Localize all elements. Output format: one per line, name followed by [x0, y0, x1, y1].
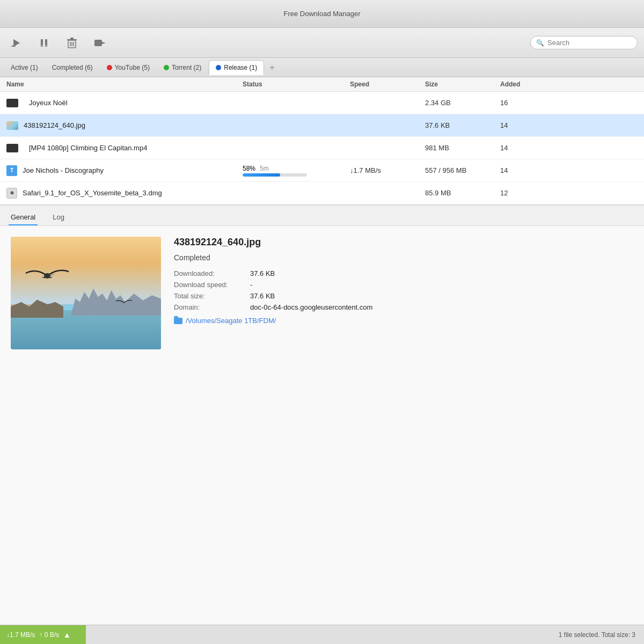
file-icon-video — [6, 144, 18, 152]
file-icon-image — [6, 121, 18, 130]
file-size: 37.6 KB — [425, 121, 500, 129]
file-added: 12 — [500, 189, 638, 197]
detail-tab-general[interactable]: General — [9, 210, 38, 225]
search-icon: 🔍 — [536, 39, 544, 47]
status-bar-left: ↓1.7 MB/s ↑ 0 B/s ▲ — [0, 625, 86, 644]
selected-info: 1 file selected. Total size: 3 — [559, 631, 635, 639]
chevron-up-icon[interactable]: ▲ — [63, 631, 71, 639]
file-icon-torrent: T — [6, 165, 17, 176]
file-added: 16 — [500, 99, 638, 107]
tab-release[interactable]: Release (1) — [209, 60, 264, 75]
file-added: 14 — [500, 144, 638, 152]
tab-torrent[interactable]: Torrent (2) — [157, 60, 208, 75]
file-list: Name Status Speed Size Added Joyeux Noël… — [0, 77, 644, 205]
file-status: 58% 5m — [243, 165, 350, 177]
detail-thumbnail — [11, 237, 161, 349]
file-name: Safari_9.1_for_OS_X_Yosemite_beta_3.dmg — [23, 189, 162, 197]
col-header-added: Added — [500, 80, 638, 88]
svg-point-14 — [44, 273, 50, 279]
app-title: Free Download Manager — [283, 10, 360, 18]
tabs-bar: Active (1) Completed (6) YouTube (5) Tor… — [0, 58, 644, 77]
detail-size-row: Total size: 37.6 KB — [174, 292, 633, 300]
file-row[interactable]: Joyeux Noël 2.34 GB 16 — [0, 92, 644, 114]
thumbnail-scene — [11, 237, 161, 349]
detail-speed-value: - — [250, 281, 252, 289]
thumbnail-bird — [26, 265, 69, 287]
detail-tab-log[interactable]: Log — [50, 210, 67, 225]
detail-tabs: General Log — [0, 206, 644, 226]
file-row[interactable]: ⬢ Safari_9.1_for_OS_X_Yosemite_beta_3.dm… — [0, 182, 644, 204]
tab-completed-label: Completed (6) — [52, 64, 93, 71]
detail-path-text: /Volumes/Seagate 1TB/FDM/ — [186, 317, 276, 325]
detail-path[interactable]: /Volumes/Seagate 1TB/FDM/ — [174, 317, 633, 325]
file-size: 85.9 MB — [425, 189, 500, 197]
col-header-status: Status — [243, 80, 350, 88]
svg-rect-7 — [67, 39, 77, 40]
detail-info: 438192124_640.jpg Completed Downloaded: … — [174, 237, 633, 349]
svg-rect-8 — [70, 38, 74, 39]
file-name: [MP4 1080p] Climbing El Capitan.mp4 — [29, 144, 147, 152]
tab-youtube[interactable]: YouTube (5) — [100, 60, 156, 75]
detail-domain-value: doc-0c-64-docs.googleusercontent.com — [250, 303, 372, 311]
file-name-cell: T Joe Nichols - Discography — [6, 165, 243, 176]
status-bar-right: 1 file selected. Total size: 3 — [86, 631, 644, 639]
search-input[interactable] — [547, 39, 628, 47]
file-row[interactable]: T Joe Nichols - Discography 58% 5m ↓1.7 … — [0, 159, 644, 182]
thumbnail-bird-2 — [116, 298, 132, 306]
title-bar: Free Download Manager — [0, 0, 644, 28]
detail-status: Completed — [174, 253, 633, 262]
folder-icon — [174, 318, 182, 324]
detail-domain-row: Domain: doc-0c-64-docs.googleusercontent… — [174, 303, 633, 311]
progress-time: 5m — [260, 165, 269, 172]
svg-marker-0 — [13, 39, 20, 47]
tab-torrent-label: Torrent (2) — [172, 64, 201, 71]
delete-button[interactable] — [62, 33, 82, 53]
detail-speed-label: Download speed: — [174, 281, 244, 289]
tab-active[interactable]: Active (1) — [4, 60, 45, 75]
svg-rect-12 — [94, 40, 102, 46]
svg-marker-13 — [102, 42, 106, 44]
tab-youtube-label: YouTube (5) — [115, 64, 150, 71]
file-size: 981 MB — [425, 144, 500, 152]
up-speed: ↑ 0 B/s — [39, 631, 59, 639]
toolbar: 🔍 — [0, 28, 644, 58]
file-name-cell: Joyeux Noël — [6, 99, 243, 107]
detail-downloaded-value: 37.6 KB — [250, 269, 275, 277]
search-box[interactable]: 🔍 — [530, 36, 638, 49]
release-dot — [216, 65, 221, 70]
tab-completed[interactable]: Completed (6) — [46, 60, 99, 75]
file-icon-dmg: ⬢ — [6, 188, 17, 199]
svg-rect-5 — [45, 45, 48, 46]
col-header-name: Name — [6, 80, 243, 88]
tab-release-label: Release (1) — [224, 64, 257, 71]
progress-percent: 58% — [243, 165, 255, 172]
detail-speed-row: Download speed: - — [174, 281, 633, 289]
tab-add-button[interactable]: + — [265, 63, 279, 72]
file-name: Joyeux Noël — [29, 99, 68, 107]
svg-rect-1 — [11, 46, 16, 47]
down-speed: ↓1.7 MB/s — [6, 631, 35, 639]
pause-button[interactable] — [34, 33, 54, 53]
progress-bar-fill — [243, 173, 280, 177]
move-button[interactable] — [90, 33, 109, 53]
progress-container: 58% 5m — [243, 165, 350, 177]
col-header-size: Size — [425, 80, 500, 88]
detail-domain-label: Domain: — [174, 303, 244, 311]
file-row[interactable]: [MP4 1080p] Climbing El Capitan.mp4 981 … — [0, 137, 644, 159]
play-button[interactable] — [6, 33, 26, 53]
detail-size-label: Total size: — [174, 292, 244, 300]
file-row[interactable]: 438192124_640.jpg 37.6 KB 14 — [0, 114, 644, 137]
tab-active-label: Active (1) — [11, 64, 38, 71]
file-list-header: Name Status Speed Size Added — [0, 77, 644, 92]
status-bar: ↓1.7 MB/s ↑ 0 B/s ▲ 1 file selected. Tot… — [0, 625, 644, 644]
detail-filename: 438192124_640.jpg — [174, 237, 633, 248]
file-name-cell: [MP4 1080p] Climbing El Capitan.mp4 — [6, 144, 243, 152]
file-icon-video — [6, 99, 18, 107]
torrent-dot — [164, 65, 169, 70]
svg-rect-4 — [40, 45, 43, 46]
progress-info: 58% 5m — [243, 165, 350, 172]
progress-bar-track — [243, 173, 307, 177]
col-header-speed: Speed — [350, 80, 425, 88]
main-layout: 🔍 Active (1) Completed (6) YouTube (5) T… — [0, 28, 644, 644]
detail-downloaded-row: Downloaded: 37.6 KB — [174, 269, 633, 277]
